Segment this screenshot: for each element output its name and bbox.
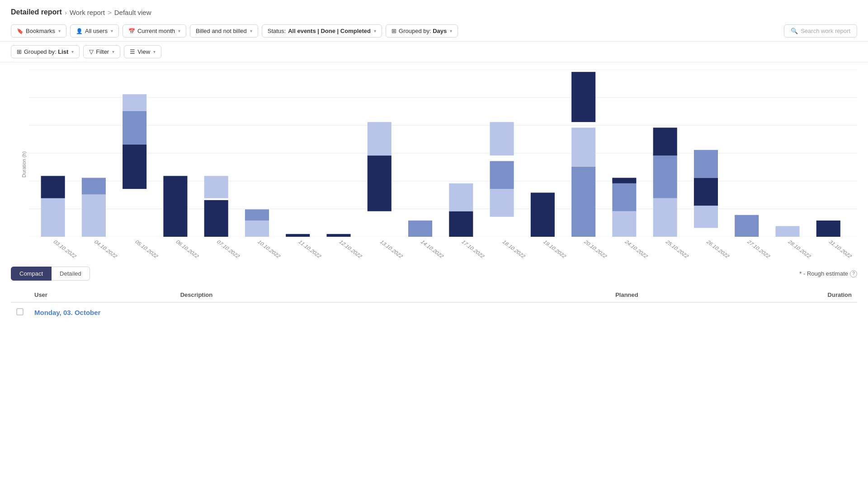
date-row: Monday, 03. October xyxy=(11,302,857,319)
svg-text:12.10.2022: 12.10.2022 xyxy=(338,239,363,258)
bottom-section: Compact Detailed * - Rough estimate ? Us… xyxy=(0,259,868,326)
compact-tab[interactable]: Compact xyxy=(11,267,52,281)
calendar-icon: 📅 xyxy=(128,28,135,34)
x-axis-svg: 03.10.2022 04.10.2022 05.10.2022 06.10.2… xyxy=(29,237,857,259)
table-header-planned: Planned xyxy=(438,288,644,302)
billed-not-billed-button[interactable]: Billed and not billed ▾ xyxy=(190,24,258,38)
svg-text:26.10.2022: 26.10.2022 xyxy=(705,239,731,258)
svg-text:10.10.2022: 10.10.2022 xyxy=(256,239,282,258)
all-users-button[interactable]: 👤 All users ▾ xyxy=(70,24,119,38)
bar-seg xyxy=(694,206,718,228)
status-value: All events | Done | Completed xyxy=(288,28,371,34)
chart-wrap: Duration (h) 0 5 10 15 20 25 30 xyxy=(11,70,857,259)
bar-seg xyxy=(653,198,677,237)
bar-seg xyxy=(571,127,595,166)
bar-seg xyxy=(571,72,595,122)
report-table: User Description Planned Duration Monday… xyxy=(11,288,857,319)
help-icon[interactable]: ? xyxy=(850,270,857,277)
second-toolbar: ⊞ Grouped by: List ▾ ▽ Filter ▾ ☰ View ▾ xyxy=(0,42,868,62)
users-icon: 👤 xyxy=(76,28,83,34)
bar-seg xyxy=(612,211,636,237)
row-checkbox[interactable] xyxy=(16,308,24,315)
svg-text:28.10.2022: 28.10.2022 xyxy=(787,239,812,258)
grouped-by-days-chevron: ▾ xyxy=(450,28,452,33)
bar-seg xyxy=(41,176,65,198)
table-header-user: User xyxy=(29,288,175,302)
bar-seg xyxy=(245,221,269,237)
view-label: View xyxy=(137,48,150,55)
svg-text:27.10.2022: 27.10.2022 xyxy=(746,239,772,258)
table-header-description: Description xyxy=(175,288,438,302)
grouped-by-days-icon: ⊞ xyxy=(392,28,396,34)
breadcrumb-work-report[interactable]: Work report xyxy=(70,9,105,16)
status-button[interactable]: Status: All events | Done | Completed ▾ xyxy=(262,24,382,38)
rough-estimate-label: * - Rough estimate ? xyxy=(799,270,857,277)
rough-estimate-text: * - Rough estimate xyxy=(799,270,848,277)
bar-seg xyxy=(653,127,677,155)
bar-seg xyxy=(41,198,65,237)
svg-text:11.10.2022: 11.10.2022 xyxy=(297,239,323,258)
billed-label: Billed and not billed xyxy=(196,28,247,34)
bar-seg xyxy=(82,194,106,237)
view-icon: ☰ xyxy=(130,48,135,55)
all-users-chevron: ▾ xyxy=(111,28,113,33)
bar-chart: 0 5 10 15 20 25 30 xyxy=(29,70,857,237)
bar-seg xyxy=(571,167,595,237)
bar-seg xyxy=(245,209,269,221)
bookmark-icon: 🔖 xyxy=(17,28,24,34)
bar-seg xyxy=(368,122,392,155)
bar-seg xyxy=(449,211,473,237)
bar-seg xyxy=(204,176,228,198)
search-icon: 🔍 xyxy=(791,28,798,34)
filter-button[interactable]: ▽ Filter ▾ xyxy=(83,45,120,58)
y-axis-label: Duration (h) xyxy=(21,151,27,178)
bar-seg xyxy=(694,178,718,206)
svg-text:07.10.2022: 07.10.2022 xyxy=(216,239,241,258)
breadcrumb-sep1: › xyxy=(65,9,67,16)
bar-seg xyxy=(775,226,799,237)
current-month-chevron: ▾ xyxy=(178,28,180,33)
breadcrumb-default-view[interactable]: Default view xyxy=(114,9,151,16)
grid-icon: ⊞ xyxy=(17,48,22,55)
view-button[interactable]: ☰ View ▾ xyxy=(124,45,161,58)
table-header-checkbox xyxy=(11,288,29,302)
table-header-duration: Duration xyxy=(644,288,857,302)
search-label: Search work report xyxy=(801,28,850,34)
current-month-button[interactable]: 📅 Current month ▾ xyxy=(123,24,186,38)
svg-text:03.10.2022: 03.10.2022 xyxy=(52,239,78,258)
bookmarks-button[interactable]: 🔖 Bookmarks ▾ xyxy=(11,24,66,38)
current-month-label: Current month xyxy=(137,28,175,34)
chart-container: Duration (h) 0 5 10 15 20 25 30 xyxy=(0,62,868,259)
bookmarks-chevron: ▾ xyxy=(58,28,61,33)
svg-text:31.10.2022: 31.10.2022 xyxy=(828,239,854,258)
row-checkbox-cell xyxy=(11,302,29,319)
grouped-by-days-button[interactable]: ⊞ Grouped by: Days ▾ xyxy=(386,24,458,38)
billed-chevron: ▾ xyxy=(250,28,252,33)
filter-label: Filter xyxy=(96,48,109,55)
bar-seg xyxy=(123,111,146,144)
table-header: User Description Planned Duration xyxy=(11,288,857,302)
svg-text:19.10.2022: 19.10.2022 xyxy=(542,239,568,258)
bar-seg xyxy=(368,155,392,211)
bar-seg xyxy=(408,221,432,237)
all-users-label: All users xyxy=(85,28,108,34)
bar-seg xyxy=(490,161,514,189)
filter-chevron: ▾ xyxy=(112,49,114,54)
bar-seg xyxy=(735,215,759,237)
chart-svg-area: 0 5 10 15 20 25 30 xyxy=(29,70,857,237)
top-toolbar: 🔖 Bookmarks ▾ 👤 All users ▾ 📅 Current mo… xyxy=(0,21,868,42)
status-chevron: ▾ xyxy=(374,28,376,33)
tab-row: Compact Detailed * - Rough estimate ? xyxy=(11,267,857,281)
date-cell: Monday, 03. October xyxy=(29,302,857,319)
breadcrumb-sep2: > xyxy=(108,9,112,16)
status-prefix: Status: xyxy=(268,28,286,34)
grouped-by-list-label: Grouped by: List xyxy=(24,48,68,55)
svg-text:04.10.2022: 04.10.2022 xyxy=(93,239,119,258)
bar-seg xyxy=(449,183,473,211)
grouped-by-list-button[interactable]: ⊞ Grouped by: List ▾ xyxy=(11,45,80,58)
svg-text:17.10.2022: 17.10.2022 xyxy=(460,239,486,258)
bar-seg xyxy=(123,144,146,189)
grouped-by-list-chevron: ▾ xyxy=(71,49,74,54)
detailed-tab[interactable]: Detailed xyxy=(52,267,90,281)
search-button[interactable]: 🔍 Search work report xyxy=(784,24,857,38)
